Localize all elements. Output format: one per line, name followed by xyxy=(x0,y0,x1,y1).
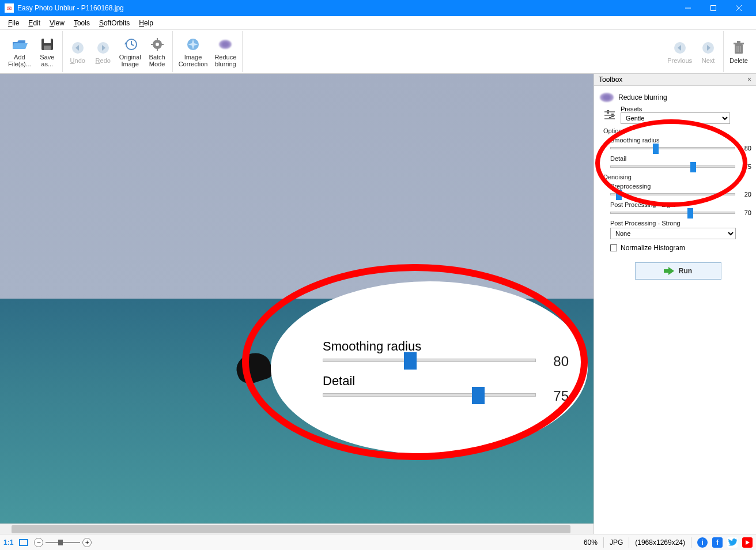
sparkle-icon xyxy=(185,36,201,52)
original-image-button[interactable]: Original Image xyxy=(116,31,145,72)
svg-rect-15 xyxy=(161,44,164,45)
denoising-label: Denoising xyxy=(603,174,756,180)
options-label: Options xyxy=(603,127,756,134)
sliders-icon xyxy=(604,110,616,119)
zoom-in-button[interactable]: + xyxy=(82,538,92,547)
reduce-blurring-button[interactable]: Reduce blurring xyxy=(211,31,240,72)
menu-file[interactable]: File xyxy=(3,18,24,28)
redo-button[interactable]: Redo xyxy=(90,31,116,72)
svg-rect-14 xyxy=(151,44,153,45)
app-icon: ✉ xyxy=(5,3,14,13)
post-strong-label: Post Processing - Strong xyxy=(610,220,756,227)
youtube-icon[interactable] xyxy=(742,537,753,548)
info-icon[interactable]: i xyxy=(697,537,708,548)
window-title: Easy Photo Unblur - P1160168.jpg xyxy=(17,4,124,12)
svg-rect-1 xyxy=(711,6,716,11)
horizontal-scrollbar[interactable] xyxy=(0,523,594,534)
menu-edit[interactable]: Edit xyxy=(24,18,45,28)
save-as-button[interactable]: Save as... xyxy=(35,31,60,72)
file-format: JPG xyxy=(610,538,623,547)
zoom-out-button[interactable]: − xyxy=(34,538,43,547)
undo-button[interactable]: Undo xyxy=(65,31,90,72)
status-bar: 1:1 − + 60% JPG (1968x1269x24) i f xyxy=(0,534,756,550)
blur-icon xyxy=(600,93,614,102)
preprocessing-label: Preprocessing xyxy=(610,183,756,190)
normalize-histogram-checkbox[interactable]: Normalize Histogram xyxy=(610,244,756,252)
delete-button[interactable]: Delete xyxy=(726,31,751,72)
toolbox-section-title: Reduce blurring xyxy=(618,93,667,101)
arrow-right-icon xyxy=(700,40,716,56)
post-light-slider[interactable]: 70 xyxy=(610,209,751,216)
previous-button[interactable]: Previous xyxy=(664,31,695,72)
maximize-button[interactable] xyxy=(701,0,726,16)
svg-rect-6 xyxy=(44,46,51,50)
detail-slider[interactable]: 75 xyxy=(610,163,751,170)
minimize-button[interactable] xyxy=(675,0,701,16)
gear-icon xyxy=(149,36,165,52)
zoom-ratio[interactable]: 1:1 xyxy=(3,538,13,547)
run-arrow-icon xyxy=(664,267,674,275)
history-icon xyxy=(122,36,138,52)
save-icon xyxy=(39,36,55,52)
inset-detail-label: Detail xyxy=(323,374,536,389)
menu-view[interactable]: View xyxy=(45,18,69,28)
detail-label: Detail xyxy=(610,155,756,162)
blur-icon xyxy=(217,36,233,52)
title-bar: ✉ Easy Photo Unblur - P1160168.jpg xyxy=(0,0,756,16)
preprocessing-slider[interactable]: 20 xyxy=(610,191,751,198)
zoom-slider[interactable] xyxy=(46,542,80,543)
fit-screen-icon[interactable] xyxy=(19,539,28,546)
facebook-icon[interactable]: f xyxy=(712,537,723,548)
zoom-percent: 60% xyxy=(584,538,598,547)
batch-mode-button[interactable]: Batch Mode xyxy=(145,31,170,72)
toolbox-title: Toolbox xyxy=(599,76,622,84)
svg-rect-5 xyxy=(44,39,51,43)
close-button[interactable] xyxy=(726,0,751,16)
svg-point-11 xyxy=(156,43,159,46)
presets-label: Presets xyxy=(621,106,756,112)
menu-bar: File Edit View Tools SoftOrbits Help xyxy=(0,16,756,30)
add-files-button[interactable]: Add File(s)... xyxy=(5,31,35,72)
twitter-icon[interactable] xyxy=(727,537,738,548)
menu-tools[interactable]: Tools xyxy=(69,18,94,28)
menu-help[interactable]: Help xyxy=(134,18,158,28)
redo-icon xyxy=(95,40,111,56)
inset-detail-slider: 75 xyxy=(323,393,536,397)
svg-rect-13 xyxy=(157,48,158,51)
inset-smoothing-slider: 80 xyxy=(323,359,536,362)
svg-rect-20 xyxy=(734,43,744,44)
toolbar: Add File(s)... Save as... Undo Redo Orig… xyxy=(0,30,756,74)
smoothing-slider[interactable]: 80 xyxy=(610,145,751,152)
folder-open-icon xyxy=(12,36,28,52)
inset-smoothing-label: Smoothing radius xyxy=(323,339,536,354)
arrow-left-icon xyxy=(672,40,688,56)
toolbox-close-button[interactable]: × xyxy=(747,76,751,84)
trash-icon xyxy=(731,40,747,56)
presets-select[interactable]: Gentle xyxy=(621,112,730,124)
next-button[interactable]: Next xyxy=(695,31,721,72)
svg-rect-12 xyxy=(157,38,158,40)
toolbox-panel: Toolbox × Reduce blurring Presets Gentle… xyxy=(594,74,756,534)
run-button[interactable]: Run xyxy=(635,262,721,280)
annotation-panel: Smoothing radius 80 Detail 75 xyxy=(271,281,588,454)
image-dimensions: (1968x1269x24) xyxy=(635,538,685,547)
svg-rect-21 xyxy=(737,41,740,43)
image-canvas[interactable]: Smoothing radius 80 Detail 75 xyxy=(0,74,594,534)
post-strong-select[interactable]: None xyxy=(610,228,736,239)
menu-softorbits[interactable]: SoftOrbits xyxy=(94,18,134,28)
smoothing-label: Smoothing radius xyxy=(610,137,756,144)
undo-icon xyxy=(70,40,86,56)
image-correction-button[interactable]: Image Correction xyxy=(175,31,211,72)
post-light-label: Post Processing - Light xyxy=(610,201,756,208)
